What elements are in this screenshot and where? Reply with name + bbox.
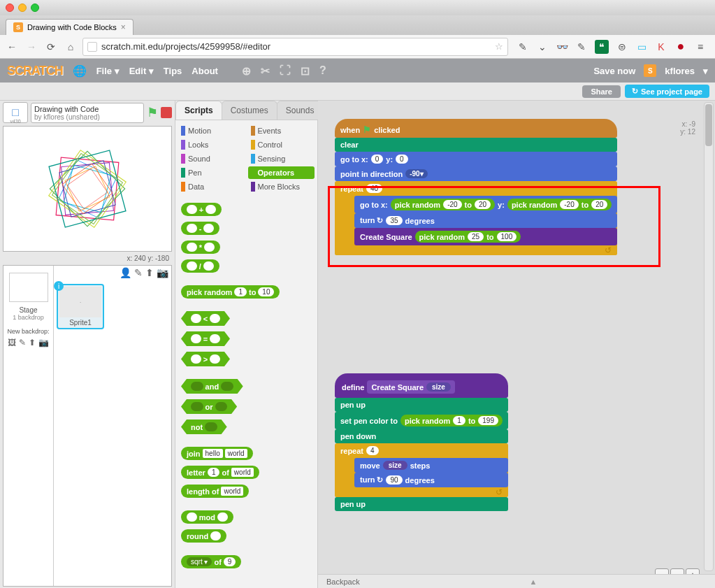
ext-icon[interactable]: K	[655, 41, 667, 53]
cat-more[interactable]: More Blocks	[248, 180, 315, 193]
hat-define[interactable]: define Create Squaresize	[335, 373, 508, 398]
star-icon[interactable]: ☆	[495, 41, 503, 52]
ext-icon[interactable]: 👓	[556, 41, 568, 53]
cat-events[interactable]: Events	[248, 124, 315, 137]
cat-sensing[interactable]: Sensing	[248, 152, 315, 165]
block-goto-1[interactable]: go to x:0y:0	[335, 152, 617, 166]
save-now[interactable]: Save now	[593, 66, 635, 76]
block-penup-2[interactable]: pen up	[335, 497, 508, 511]
sprite-item[interactable]: i · Sprite1	[57, 284, 104, 329]
project-page-button[interactable]: ↻ See project page	[625, 85, 709, 98]
tab-sounds[interactable]: Sounds	[277, 101, 324, 120]
op-mul[interactable]: *	[181, 241, 220, 254]
op-and[interactable]: and	[181, 379, 243, 394]
stage-view[interactable]	[3, 126, 172, 252]
shrink-icon[interactable]: ⊡	[301, 64, 310, 78]
back-button[interactable]: ←	[4, 39, 20, 55]
script-1[interactable]: when⚑clicked clear go to x:0y:0 point in…	[335, 119, 617, 255]
upload-icon[interactable]: ⬆	[29, 338, 36, 347]
ext-icon[interactable]: ✎	[517, 41, 529, 53]
fullscreen-button[interactable]: v430	[3, 102, 28, 123]
op-or[interactable]: or	[181, 399, 237, 414]
op-letter[interactable]: letter1ofworld	[181, 466, 259, 479]
duplicate-icon[interactable]: ⊕	[242, 64, 251, 78]
camera-icon[interactable]: 📷	[38, 338, 49, 347]
delete-icon[interactable]: ✂	[261, 64, 270, 78]
op-pickrandom-color[interactable]: pick random1to199	[400, 415, 503, 426]
op-join[interactable]: joinhelloworld	[181, 447, 253, 460]
tips-menu[interactable]: Tips	[164, 66, 182, 76]
block-create-square-call[interactable]: Create Square pick random25to100	[354, 228, 617, 245]
block-penup-1[interactable]: pen up	[335, 398, 508, 412]
op-pickrandom-y[interactable]: pick random-20to20	[507, 199, 612, 210]
about-menu[interactable]: About	[192, 66, 218, 76]
op-lt[interactable]: <	[181, 311, 230, 326]
ext-icon[interactable]: ●	[674, 41, 687, 53]
block-setpen[interactable]: set pen color to pick random1to199	[335, 412, 508, 429]
globe-icon[interactable]: 🌐	[73, 64, 87, 78]
ext-icon[interactable]: ✎	[575, 41, 588, 53]
paint-icon[interactable]: ✎	[19, 338, 26, 347]
op-sub[interactable]: -	[181, 222, 219, 235]
share-button[interactable]: Share	[582, 85, 621, 98]
grow-icon[interactable]: ⛶	[280, 64, 291, 78]
tab-scripts[interactable]: Scripts	[175, 101, 222, 120]
cat-sound[interactable]: Sound	[178, 152, 245, 165]
reload-button[interactable]: ⟳	[43, 39, 59, 55]
op-add[interactable]: +	[181, 203, 222, 216]
block-repeat-2[interactable]: repeat4 movesizesteps turn ↻90degrees ↺	[335, 443, 508, 497]
block-pendown[interactable]: pen down	[335, 429, 508, 443]
scratch-logo[interactable]: SCRATCH	[7, 64, 63, 78]
upload-icon[interactable]: ⬆	[145, 267, 154, 278]
library-icon[interactable]: 🖼	[8, 338, 16, 347]
op-pickrandom-x[interactable]: pick random-20to20	[391, 199, 495, 210]
zoom-window-icon[interactable]	[31, 3, 39, 12]
cat-control[interactable]: Control	[248, 138, 315, 151]
edit-menu[interactable]: Edit ▾	[129, 66, 154, 76]
ext-icon[interactable]: ⊜	[616, 41, 628, 53]
menu-icon[interactable]: ≡	[694, 41, 707, 53]
username[interactable]: kflores	[665, 66, 695, 76]
block-turn-1[interactable]: turn ↻35degrees	[354, 213, 617, 228]
script-canvas[interactable]: x: -9 y: 12 when⚑clicked clear go to x:0…	[318, 101, 715, 588]
paint-icon[interactable]: ✎	[134, 267, 143, 278]
cat-data[interactable]: Data	[178, 180, 245, 193]
tab-costumes[interactable]: Costumes	[222, 101, 277, 120]
block-move[interactable]: movesizesteps	[354, 458, 508, 473]
block-turn-2[interactable]: turn ↻90degrees	[354, 473, 508, 487]
script-2[interactable]: define Create Squaresize pen up set pen …	[335, 373, 508, 511]
op-length[interactable]: length ofworld	[181, 485, 249, 498]
forward-button[interactable]: →	[24, 39, 39, 55]
op-div[interactable]: /	[181, 259, 219, 273]
ext-icon[interactable]: ▭	[635, 41, 648, 53]
scrollbar-vertical[interactable]	[704, 102, 714, 571]
sprite-info-icon[interactable]: i	[54, 281, 64, 291]
hat-when-flag[interactable]: when⚑clicked	[335, 119, 617, 138]
help-icon[interactable]: ?	[319, 64, 326, 78]
ext-icon[interactable]: ⌄	[536, 41, 549, 53]
op-pickrandom[interactable]: pick random1to10	[181, 285, 280, 299]
home-button[interactable]: ⌂	[63, 39, 78, 55]
op-sqrt[interactable]: sqrt ▾of9	[181, 555, 241, 568]
block-point-dir[interactable]: point in direction-90▾	[335, 166, 617, 181]
op-pickrandom-size[interactable]: pick random25to100	[415, 231, 521, 243]
backpack-bar[interactable]: Backpack ▲	[318, 574, 715, 588]
minimize-window-icon[interactable]	[18, 3, 27, 12]
cat-operators[interactable]: Operators	[248, 166, 315, 179]
cat-motion[interactable]: Motion	[178, 124, 245, 137]
url-bar[interactable]: scratch.mit.edu/projects/42599958/#edito…	[82, 38, 508, 56]
block-repeat-1[interactable]: repeat40 go to x: pick random-20to20 y: …	[335, 181, 617, 255]
user-dropdown-icon[interactable]: ▾	[703, 66, 708, 76]
block-goto-2[interactable]: go to x: pick random-20to20 y: pick rand…	[354, 196, 617, 213]
cat-pen[interactable]: Pen	[178, 166, 245, 179]
camera-icon[interactable]: 📷	[157, 267, 168, 278]
op-eq[interactable]: =	[181, 331, 230, 346]
file-menu[interactable]: File ▾	[96, 66, 120, 76]
op-not[interactable]: not	[181, 420, 227, 434]
project-title-box[interactable]: Drawing with Code by kflores (unshared)	[31, 103, 144, 123]
op-mod[interactable]: mod	[181, 510, 233, 524]
block-clear[interactable]: clear	[335, 138, 617, 152]
stop-button[interactable]	[161, 107, 172, 118]
ext-icon[interactable]: ❝	[595, 40, 609, 54]
stage-thumbnail[interactable]	[9, 273, 48, 302]
